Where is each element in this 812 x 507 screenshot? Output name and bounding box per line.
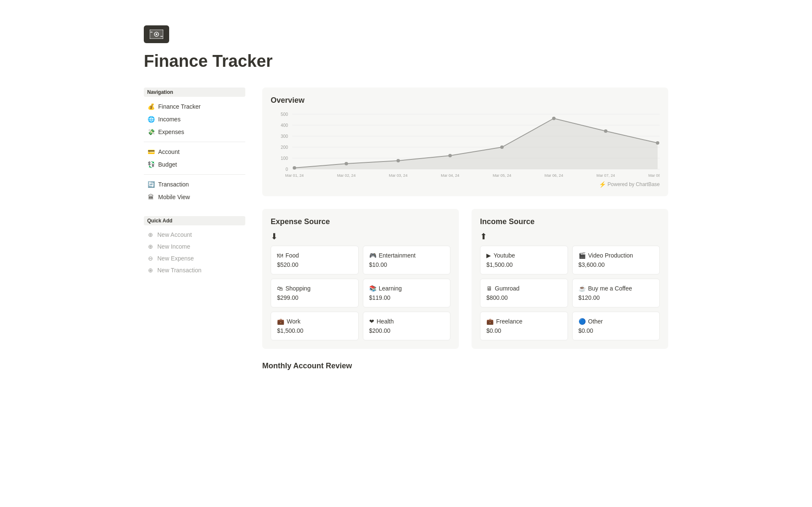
nav-icon-mobile-view: 🏛 (147, 193, 155, 201)
nav-label-budget: Budget (158, 161, 177, 168)
nav-icon-transaction: 🔄 (147, 181, 155, 188)
overview-title: Overview (271, 96, 660, 105)
svg-text:400: 400 (281, 123, 288, 128)
income-card-freelance[interactable]: 💼 Freelance $0.00 (480, 312, 568, 340)
nav-label-mobile-view: Mobile View (158, 194, 190, 200)
quick-add-label-new-transaction: New Transaction (157, 267, 201, 274)
income-source-grid: ▶ Youtube $1,500.00 🎬 Video Production $… (480, 246, 660, 340)
svg-text:Mar 07, 24: Mar 07, 24 (596, 173, 615, 178)
income-card-label: 🎬 Video Production (579, 252, 654, 259)
income-card-value: $1,500.00 (486, 261, 562, 268)
sidebar-item-budget[interactable]: 💱 Budget (144, 158, 245, 171)
expense-card-label: 🛍 Shopping (277, 285, 352, 292)
quick-add-new-transaction[interactable]: ⊕ New Transaction (144, 264, 245, 276)
main-layout: Navigation 💰 Finance Tracker 🌐 Incomes 💸… (144, 88, 668, 370)
expense-card-food[interactable]: 🍽 Food $520.00 (271, 246, 359, 274)
svg-point-21 (448, 154, 452, 157)
expense-card-value: $119.00 (369, 294, 444, 301)
expense-card-shopping[interactable]: 🛍 Shopping $299.00 (271, 279, 359, 307)
svg-text:0: 0 (285, 167, 288, 172)
expense-card-learning[interactable]: 📚 Learning $119.00 (363, 279, 451, 307)
income-card-value: $800.00 (486, 294, 562, 301)
svg-text:Mar 08, 24: Mar 08, 24 (648, 173, 660, 178)
sidebar-item-transaction[interactable]: 🔄 Transaction (144, 178, 245, 191)
monthly-review-title: Monthly Account Review (262, 362, 668, 370)
sidebar: Navigation 💰 Finance Tracker 🌐 Incomes 💸… (144, 88, 245, 370)
quick-add-new-expense[interactable]: ⊖ New Expense (144, 252, 245, 264)
sidebar-item-incomes[interactable]: 🌐 Incomes (144, 113, 245, 126)
income-card-youtube[interactable]: ▶ Youtube $1,500.00 (480, 246, 568, 274)
expense-card-icon: 💼 (277, 318, 284, 325)
expense-card-label: 🍽 Food (277, 252, 352, 259)
svg-text:200: 200 (281, 145, 288, 150)
expense-source-section: Expense Source ⬇ 🍽 Food $520.00 🎮 Entert… (262, 209, 459, 349)
income-card-label: ▶ Youtube (486, 252, 562, 259)
svg-text:Mar 05, 24: Mar 05, 24 (493, 173, 511, 178)
svg-text:300: 300 (281, 134, 288, 139)
svg-text:100: 100 (281, 156, 288, 161)
income-card-label: 💼 Freelance (486, 318, 562, 325)
expense-card-value: $10.00 (369, 261, 444, 268)
nav-label-account: Account (158, 148, 180, 155)
income-card-value: $3,600.00 (579, 261, 654, 268)
svg-text:Mar 02, 24: Mar 02, 24 (337, 173, 356, 178)
expense-card-work[interactable]: 💼 Work $1,500.00 (271, 312, 359, 340)
income-card-icon: ☕ (579, 285, 586, 292)
quick-add-section: Quick Add ⊕ New Account ⊕ New Income ⊖ N… (144, 216, 245, 276)
sidebar-item-account[interactable]: 💳 Account (144, 145, 245, 158)
svg-point-19 (345, 162, 348, 165)
income-card-gumroad[interactable]: 🖥 Gumroad $800.00 (480, 279, 568, 307)
main-content: Overview 500 400 300 200 (262, 88, 668, 370)
income-card-label: ☕ Buy me a Coffee (579, 285, 654, 292)
page-title: Finance Tracker (144, 52, 668, 71)
svg-text:Mar 04, 24: Mar 04, 24 (441, 173, 459, 178)
nav-label-incomes: Incomes (158, 116, 181, 123)
expense-card-icon: 🎮 (369, 252, 376, 259)
income-card-icon: 🖥 (486, 285, 492, 292)
income-source-section: Income Source ⬆ ▶ Youtube $1,500.00 🎬 Vi… (472, 209, 668, 349)
nav-label-transaction: Transaction (158, 181, 189, 188)
expense-card-value: $200.00 (369, 327, 444, 334)
quick-add-icon-new-transaction: ⊕ (147, 267, 154, 274)
sidebar-item-mobile-view[interactable]: 🏛 Mobile View (144, 191, 245, 203)
nav-label-finance-tracker: Finance Tracker (158, 103, 200, 110)
svg-text:Mar 06, 24: Mar 06, 24 (545, 173, 563, 178)
quick-add-title: Quick Add (144, 216, 245, 225)
chart-powered-by: ⚡ Powered by ChartBase (271, 181, 660, 188)
income-card-label: 🖥 Gumroad (486, 285, 562, 292)
income-card-video-production[interactable]: 🎬 Video Production $3,600.00 (572, 246, 660, 274)
page-wrapper: Finance Tracker Navigation 💰 Finance Tra… (110, 0, 702, 396)
svg-text:Mar 01, 24: Mar 01, 24 (285, 173, 304, 178)
quick-add-icon-new-account: ⊕ (147, 231, 154, 238)
sidebar-item-finance-tracker[interactable]: 💰 Finance Tracker (144, 100, 245, 113)
quick-add-icon-new-expense: ⊖ (147, 255, 154, 262)
sidebar-item-expenses[interactable]: 💸 Expenses (144, 126, 245, 138)
svg-point-22 (500, 145, 504, 149)
expense-source-title: Expense Source (271, 217, 450, 226)
income-card-icon: 💼 (486, 318, 494, 325)
income-source-title: Income Source (480, 217, 660, 226)
expense-source-grid: 🍽 Food $520.00 🎮 Entertainment $10.00 🛍 … (271, 246, 450, 340)
sources-row: Expense Source ⬇ 🍽 Food $520.00 🎮 Entert… (262, 209, 668, 349)
quick-add-icon-new-income: ⊕ (147, 243, 154, 250)
chart-svg: 500 400 300 200 100 0 (271, 110, 660, 178)
quick-add-new-income[interactable]: ⊕ New Income (144, 241, 245, 252)
nav-icon-finance-tracker: 💰 (147, 103, 155, 110)
nav-items: 💰 Finance Tracker 🌐 Incomes 💸 Expenses 💳… (144, 100, 245, 203)
quick-add-new-account[interactable]: ⊕ New Account (144, 229, 245, 241)
income-card-icon: ▶ (486, 252, 491, 259)
svg-point-25 (656, 141, 659, 145)
expense-card-label: 🎮 Entertainment (369, 252, 444, 259)
expense-card-icon: 🍽 (277, 252, 283, 259)
expense-card-value: $299.00 (277, 294, 352, 301)
quick-add-label-new-account: New Account (157, 231, 192, 238)
income-card-buy-me-a-coffee[interactable]: ☕ Buy me a Coffee $120.00 (572, 279, 660, 307)
quick-add-label-new-expense: New Expense (157, 255, 194, 262)
expense-card-entertainment[interactable]: 🎮 Entertainment $10.00 (363, 246, 451, 274)
bolt-icon: ⚡ (599, 181, 606, 188)
expense-card-label: ❤ Health (369, 318, 444, 325)
quick-add-label-new-income: New Income (157, 243, 190, 250)
overview-section: Overview 500 400 300 200 (262, 88, 668, 196)
income-card-other[interactable]: 🔵 Other $0.00 (572, 312, 660, 340)
expense-card-health[interactable]: ❤ Health $200.00 (363, 312, 451, 340)
